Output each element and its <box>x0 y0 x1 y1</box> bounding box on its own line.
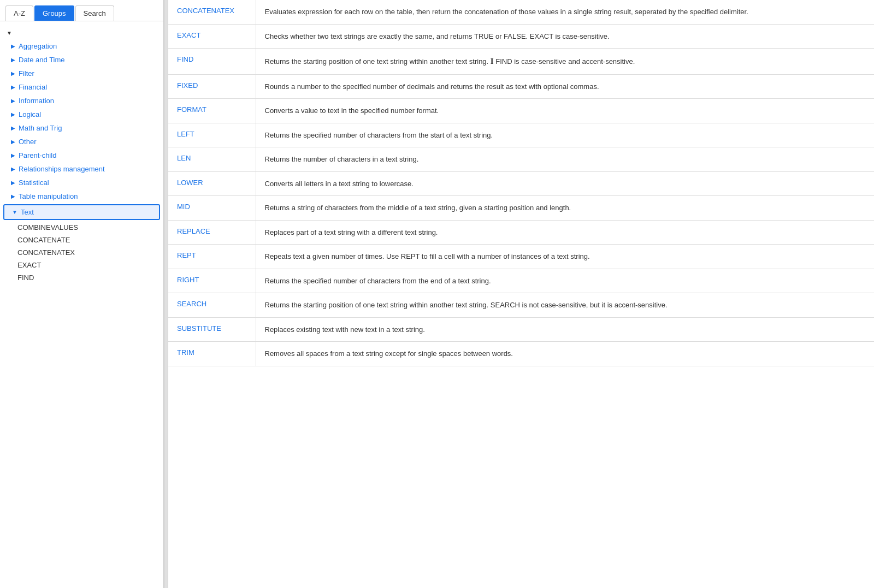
table-row: FORMATConverts a value to text in the sp… <box>168 99 874 123</box>
function-description: Returns the specified number of characte… <box>256 269 874 293</box>
sidebar-item-label: Aggregation <box>19 42 57 50</box>
function-name[interactable]: LEFT <box>168 123 256 147</box>
group-arrow-icon: ▶ <box>11 111 15 117</box>
sidebar-item-table-manipulation[interactable]: ▶Table manipulation <box>0 189 163 203</box>
function-description: Rounds a number to the specified number … <box>256 74 874 99</box>
function-name[interactable]: LOWER <box>168 171 256 196</box>
table-row: REPLACEReplaces part of a text string wi… <box>168 220 874 245</box>
sidebar-item-label: Math and Trig <box>19 124 62 132</box>
table-row: TRIMRemoves all spaces from a text strin… <box>168 342 874 366</box>
sidebar-item-label: Information <box>19 97 54 105</box>
tab-groups[interactable]: Groups <box>34 5 74 21</box>
function-name[interactable]: REPLACE <box>168 220 256 245</box>
sidebar-item-other[interactable]: ▶Other <box>0 135 163 149</box>
text-cursor: I <box>491 57 494 66</box>
function-name[interactable]: REPT <box>168 245 256 269</box>
function-name[interactable]: SUBSTITUTE <box>168 317 256 342</box>
tab-search[interactable]: Search <box>75 5 114 21</box>
group-arrow-icon: ▶ <box>11 84 15 90</box>
table-row: MIDReturns a string of characters from t… <box>168 196 874 221</box>
sidebar-item-logical[interactable]: ▶Logical <box>0 108 163 121</box>
functions-table: CONCATENATEXEvaluates expression for eac… <box>168 0 874 366</box>
function-description: Returns a string of characters from the … <box>256 196 874 221</box>
functions-tbody: CONCATENATEXEvaluates expression for eac… <box>168 0 874 366</box>
group-arrow-icon: ▶ <box>11 152 15 158</box>
sidebar-item-information[interactable]: ▶Information <box>0 94 163 108</box>
group-arrow-icon: ▶ <box>11 139 15 145</box>
function-name[interactable]: FORMAT <box>168 99 256 123</box>
functions-arrow: ▼ <box>7 30 12 36</box>
tab-bar: A-Z Groups Search <box>0 0 163 21</box>
group-arrow-icon: ▶ <box>11 180 15 186</box>
sidebar-item-date-and-time[interactable]: ▶Date and Time <box>0 53 163 67</box>
group-arrow-icon: ▶ <box>11 43 15 49</box>
table-row: SEARCHReturns the starting position of o… <box>168 293 874 318</box>
group-arrow-icon: ▶ <box>11 193 15 199</box>
sidebar-item-label: Logical <box>19 110 41 118</box>
function-description: Returns the starting position of one tex… <box>256 49 874 75</box>
group-arrow-icon: ▶ <box>11 166 15 172</box>
sub-item-combinevalues[interactable]: COMBINEVALUES <box>0 221 163 234</box>
group-arrow-icon: ▶ <box>11 98 15 104</box>
sub-item-concatenate[interactable]: CONCATENATE <box>0 234 163 246</box>
sidebar-groups-container: ▶Aggregation▶Date and Time▶Filter▶Financ… <box>0 39 163 284</box>
function-description: Repeats text a given number of times. Us… <box>256 245 874 269</box>
sidebar-item-label: Statistical <box>19 179 49 187</box>
function-name[interactable]: MID <box>168 196 256 221</box>
group-arrow-icon: ▶ <box>11 70 15 76</box>
sidebar-item-relationships-management[interactable]: ▶Relationships management <box>0 162 163 176</box>
function-description: Returns the starting position of one tex… <box>256 293 874 318</box>
function-name[interactable]: FIXED <box>168 74 256 99</box>
table-row: RIGHTReturns the specified number of cha… <box>168 269 874 293</box>
sidebar-item-label: Other <box>19 138 37 146</box>
table-row: FIXEDRounds a number to the specified nu… <box>168 74 874 99</box>
sidebar-item-text[interactable]: ▼Text <box>3 204 160 220</box>
sidebar-item-aggregation[interactable]: ▶Aggregation <box>0 39 163 53</box>
function-name[interactable]: FIND <box>168 49 256 75</box>
function-name[interactable]: LEN <box>168 147 256 172</box>
table-row: FINDReturns the starting position of one… <box>168 49 874 75</box>
table-row: LOWERConverts all letters in a text stri… <box>168 171 874 196</box>
function-description: Converts a value to text in the specifie… <box>256 99 874 123</box>
function-name[interactable]: TRIM <box>168 342 256 366</box>
sidebar-item-filter[interactable]: ▶Filter <box>0 67 163 80</box>
functions-header: ▼ <box>0 27 163 39</box>
function-description: Replaces existing text with new text in … <box>256 317 874 342</box>
sidebar-item-label: Date and Time <box>19 56 65 64</box>
sidebar-item-parent-child[interactable]: ▶Parent-child <box>0 149 163 162</box>
table-row: LEFTReturns the specified number of char… <box>168 123 874 147</box>
table-row: EXACTChecks whether two text strings are… <box>168 24 874 49</box>
table-row: SUBSTITUTEReplaces existing text with ne… <box>168 317 874 342</box>
sidebar-item-statistical[interactable]: ▶Statistical <box>0 176 163 189</box>
table-row: CONCATENATEXEvaluates expression for eac… <box>168 0 874 24</box>
function-description: Checks whether two text strings are exac… <box>256 24 874 49</box>
sidebar-content: ▼ ▶Aggregation▶Date and Time▶Filter▶Fina… <box>0 21 163 588</box>
sidebar-item-math-and-trig[interactable]: ▶Math and Trig <box>0 121 163 135</box>
sidebar-item-financial[interactable]: ▶Financial <box>0 80 163 94</box>
resize-handle[interactable] <box>164 0 168 588</box>
tab-az[interactable]: A-Z <box>5 5 33 21</box>
function-name[interactable]: CONCATENATEX <box>168 0 256 24</box>
sidebar-item-label: Financial <box>19 83 47 91</box>
sidebar-item-label: Parent-child <box>19 151 56 159</box>
function-description: Returns the specified number of characte… <box>256 123 874 147</box>
sidebar: A-Z Groups Search ▼ ▶Aggregation▶Date an… <box>0 0 164 588</box>
function-name[interactable]: SEARCH <box>168 293 256 318</box>
sub-item-exact[interactable]: EXACT <box>0 259 163 271</box>
sub-item-find[interactable]: FIND <box>0 271 163 284</box>
group-arrow-icon: ▶ <box>11 125 15 131</box>
function-description: Converts all letters in a text string to… <box>256 171 874 196</box>
sidebar-item-label: Relationships management <box>19 165 105 173</box>
group-arrow-icon: ▶ <box>11 57 15 63</box>
function-description: Replaces part of a text string with a di… <box>256 220 874 245</box>
group-arrow-icon: ▼ <box>12 209 17 215</box>
function-name[interactable]: RIGHT <box>168 269 256 293</box>
function-description: Removes all spaces from a text string ex… <box>256 342 874 366</box>
sub-item-concatenatex[interactable]: CONCATENATEX <box>0 246 163 259</box>
function-description: Evaluates expression for each row on the… <box>256 0 874 24</box>
table-row: REPTRepeats text a given number of times… <box>168 245 874 269</box>
sidebar-item-label: Filter <box>19 69 34 78</box>
main-content: CONCATENATEXEvaluates expression for eac… <box>168 0 874 588</box>
sidebar-item-label: Table manipulation <box>19 192 78 200</box>
function-name[interactable]: EXACT <box>168 24 256 49</box>
